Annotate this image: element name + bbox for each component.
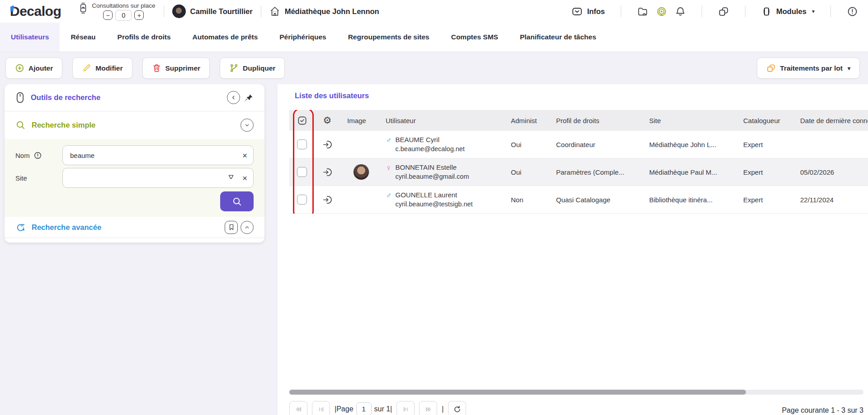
user-avatar <box>172 5 186 18</box>
row-checkbox[interactable] <box>297 139 307 149</box>
counter-minus-button[interactable]: − <box>103 10 113 20</box>
last-page-button[interactable] <box>419 401 437 415</box>
table-header-row: ⚙ Image Utilisateur Administ Profil de d… <box>289 110 868 131</box>
counter-plus-button[interactable]: + <box>134 10 144 20</box>
info-circle-icon[interactable] <box>847 6 858 17</box>
tab-reseau[interactable]: Réseau <box>60 23 106 52</box>
user-identity-cell: ♂ GOUNELLE Laurent cyril.beaume@testsigb… <box>382 191 507 209</box>
male-icon: ♂ <box>386 191 392 200</box>
tab-automates-de-prets[interactable]: Automates de prêts <box>182 23 269 52</box>
module-tab-bar: Utilisateurs Réseau Profils de droits Au… <box>0 23 868 52</box>
search-tools-title: Outils de recherche <box>31 93 100 102</box>
login-as-icon[interactable] <box>315 167 340 177</box>
add-button[interactable]: Ajouter <box>5 57 62 79</box>
batch-squares-icon <box>766 63 776 73</box>
table-row[interactable]: ♂ GOUNELLE Laurent cyril.beaume@testsigb… <box>289 186 868 214</box>
col-header-image[interactable]: Image <box>340 117 382 124</box>
page-number-input[interactable] <box>356 402 372 415</box>
user-name: BEAUME Cyril <box>396 135 465 144</box>
search-icon <box>232 196 242 207</box>
clear-name-icon[interactable]: × <box>242 151 247 160</box>
delete-label: Supprimer <box>165 64 201 72</box>
profile-cell: Quasi Catalogage <box>551 196 644 204</box>
last-login-cell: 22/11/2024 <box>795 196 868 204</box>
col-header-profile[interactable]: Profil de droits <box>551 117 644 124</box>
header-separator <box>164 5 164 17</box>
trash-icon <box>152 63 161 73</box>
folder-cloud-icon[interactable] <box>637 6 648 17</box>
library-building-icon <box>269 6 280 17</box>
edit-button[interactable]: Modifier <box>72 57 132 79</box>
modules-label: Modules <box>776 7 807 16</box>
header-separator <box>261 5 261 17</box>
counter-value[interactable]: 0 <box>115 10 132 21</box>
horizontal-scrollbar[interactable] <box>289 390 863 395</box>
collapse-advanced-button[interactable] <box>241 221 254 234</box>
tab-peripheriques[interactable]: Périphériques <box>269 23 337 52</box>
pin-icon[interactable] <box>243 92 254 103</box>
current-site[interactable]: Médiathèque John Lennon <box>269 6 379 17</box>
login-as-icon[interactable] <box>315 195 340 205</box>
row-checkbox[interactable] <box>297 195 307 205</box>
cataloguer-cell: Expert <box>738 168 795 176</box>
first-page-button[interactable] <box>289 401 307 415</box>
tab-comptes-sms[interactable]: Comptes SMS <box>440 23 509 52</box>
search-submit-button[interactable] <box>220 191 254 211</box>
collapse-panel-button[interactable] <box>227 91 240 104</box>
divider <box>5 238 264 238</box>
column-settings-gear-icon[interactable]: ⚙ <box>315 115 340 126</box>
refresh-button[interactable] <box>448 401 466 415</box>
tab-profils-de-droits[interactable]: Profils de droits <box>107 23 182 52</box>
site-dropdown-icon[interactable] <box>227 173 235 182</box>
site-search-input[interactable] <box>62 168 254 188</box>
decalog-logo[interactable]: Decalog <box>10 4 61 19</box>
checkbox-check-icon <box>297 115 307 126</box>
app-header: Decalog Consultations sur place − 0 + Ca… <box>0 0 868 23</box>
notifications-bell-icon[interactable] <box>675 6 686 17</box>
advanced-search-title: Recherche avancée <box>32 223 101 232</box>
table-row[interactable]: ♂ BEAUME Cyril c.beaume@decalog.net Oui … <box>289 131 868 158</box>
col-header-cataloguer[interactable]: Catalogueur <box>738 117 795 124</box>
clear-site-icon[interactable]: × <box>242 174 247 182</box>
select-all-header[interactable] <box>289 115 315 126</box>
admin-cell: Non <box>507 196 551 204</box>
delete-button[interactable]: Supprimer <box>142 57 210 79</box>
site-name: Médiathèque John Lennon <box>285 7 379 16</box>
row-checkbox[interactable] <box>297 167 307 177</box>
login-as-icon[interactable] <box>315 139 340 150</box>
table-row[interactable]: ♀ BONNETAIN Estelle cyril.beaume@gmail.c… <box>289 158 868 186</box>
header-separator <box>621 5 621 17</box>
batch-processing-button[interactable]: Traitements par lot ▾ <box>757 57 860 79</box>
tab-utilisateurs[interactable]: Utilisateurs <box>0 23 60 52</box>
header-separator <box>702 5 702 17</box>
batch-label: Traitements par lot <box>780 64 843 72</box>
duplicate-button[interactable]: Dupliquer <box>220 57 285 79</box>
col-header-site[interactable]: Site <box>644 117 738 124</box>
tab-regroupements-de-sites[interactable]: Regroupements de sites <box>337 23 440 52</box>
tab-planificateur-de-taches[interactable]: Planificateur de tâches <box>509 23 607 52</box>
pencil-icon <box>82 63 91 73</box>
broadcast-icon[interactable] <box>656 6 667 17</box>
collapse-section-button[interactable] <box>241 119 254 132</box>
col-header-admin[interactable]: Administ <box>507 117 551 124</box>
page-prefix: |Page <box>335 405 354 413</box>
pager-divider: | <box>442 405 443 413</box>
female-icon: ♀ <box>386 163 392 172</box>
col-header-user[interactable]: Utilisateur <box>382 117 507 124</box>
col-header-last-login[interactable]: Date de dernière connexion <box>795 117 868 124</box>
current-user[interactable]: Camille Tourtillier <box>172 5 253 18</box>
field-info-icon[interactable] <box>33 151 42 160</box>
mouse-icon <box>15 91 25 104</box>
apps-squares-icon[interactable] <box>718 6 729 17</box>
scrollbar-thumb[interactable] <box>289 390 746 395</box>
infos-button[interactable]: Infos <box>571 6 605 17</box>
onsite-consultations-counter: Consultations sur place − 0 + <box>78 2 155 21</box>
user-name: BONNETAIN Estelle <box>396 163 469 172</box>
previous-page-button[interactable] <box>312 401 330 415</box>
user-email: cyril.beaume@gmail.com <box>396 172 469 181</box>
next-page-button[interactable] <box>396 401 415 415</box>
name-search-input[interactable] <box>62 145 254 165</box>
bookmark-search-button[interactable] <box>225 221 238 234</box>
modules-menu-button[interactable]: Modules ▾ <box>761 6 815 17</box>
infos-label: Infos <box>587 7 605 16</box>
